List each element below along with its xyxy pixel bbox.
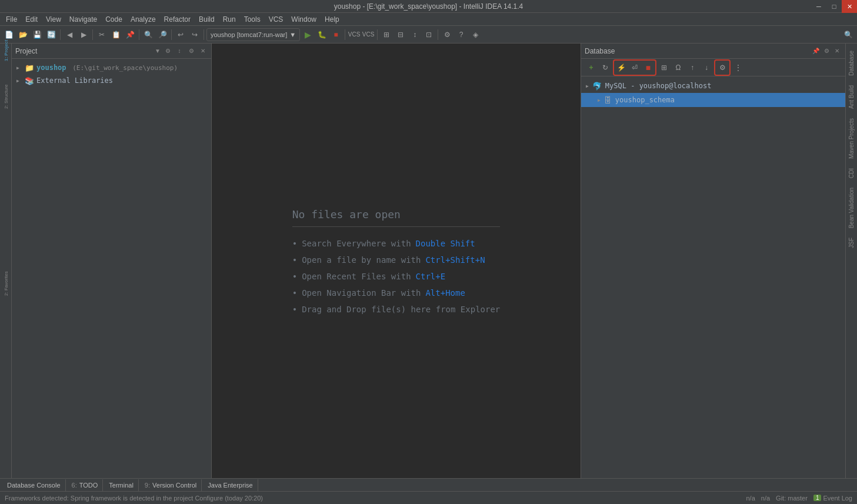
tree-item-youshop[interactable]: ▶ 📁 youshop (E:\git_work_space\youshop) — [12, 61, 211, 74]
separator-5 — [204, 29, 204, 40]
panel-settings-icon[interactable]: ⚙ — [186, 46, 196, 56]
db-btn-more[interactable]: ⋮ — [732, 61, 745, 74]
right-tab-database[interactable]: Database — [846, 46, 856, 81]
menu-file[interactable]: File — [2, 14, 21, 25]
toolbar-forward[interactable]: ▶ — [77, 28, 90, 41]
database-panel: Database 📌 ⚙ ✕ + ↻ ⚡ ⏎ ■ ⊞ Ω ↑ ↓ — [581, 44, 845, 478]
separator-3 — [139, 29, 139, 40]
minimize-button[interactable]: ─ — [811, 0, 826, 13]
db-btn-disconnect[interactable]: ⏎ — [628, 61, 641, 74]
bottom-tab-java-label: Java Enterprise — [208, 482, 252, 489]
db-btn-table[interactable]: ⊞ — [658, 61, 671, 74]
run-config-selector[interactable]: youshop [tomcat7:run-war] ▼ — [206, 28, 300, 41]
tree-item-external-libraries[interactable]: ▶ 📚 External Libraries — [12, 74, 211, 87]
hint-drag-drop: Drag and Drop file(s) here from Explorer — [292, 305, 501, 314]
toolbar-save[interactable]: 💾 — [31, 28, 44, 41]
hint-drag-text: Drag and Drop file(s) here from Explorer — [302, 305, 500, 314]
db-btn-properties[interactable]: ⚙ — [716, 61, 729, 74]
menu-refactor[interactable]: Refactor — [161, 14, 194, 25]
run-config-label: youshop [tomcat7:run-war] — [211, 31, 287, 38]
toolbar-redo[interactable]: ↪ — [188, 28, 201, 41]
toolbar-search-everywhere[interactable]: 🔍 — [842, 28, 855, 41]
menu-run[interactable]: Run — [219, 14, 239, 25]
db-btn-stop[interactable]: ■ — [642, 61, 655, 74]
bottom-tab-todo[interactable]: 6: TODO — [67, 479, 104, 491]
bottom-tab-vcs[interactable]: 9: Version Control — [140, 479, 202, 491]
left-icon-structure[interactable]: 2: Structure — [1, 92, 11, 101]
toolbar-new[interactable]: 📄 — [2, 28, 15, 41]
toolbar-extra6[interactable]: ◈ — [469, 28, 482, 41]
right-tab-ant[interactable]: Ant Build — [846, 81, 856, 114]
menu-help[interactable]: Help — [321, 14, 343, 25]
toolbar-vcs2[interactable]: VCS — [362, 28, 375, 41]
menu-tools[interactable]: Tools — [241, 14, 264, 25]
bottom-tab-java-enterprise[interactable]: Java Enterprise — [203, 479, 258, 491]
toolbar-debug[interactable]: 🐛 — [315, 28, 328, 41]
toolbar-help[interactable]: ? — [455, 28, 468, 41]
toolbar-paste[interactable]: 📌 — [124, 28, 136, 41]
tree-path-youshop: (E:\git_work_space\youshop) — [69, 64, 178, 72]
menu-edit[interactable]: Edit — [22, 14, 41, 25]
menu-build[interactable]: Build — [195, 14, 218, 25]
right-tab-bean[interactable]: Bean Validation — [846, 183, 856, 233]
left-icon-project[interactable]: 1: Project — [1, 46, 11, 55]
bottom-tab-vcs-num: 9: — [145, 482, 150, 489]
menu-analyze[interactable]: Analyze — [127, 14, 159, 25]
toolbar-extra4[interactable]: ⊡ — [422, 28, 435, 41]
right-strip: Database Ant Build Maven Projects CDI Be… — [845, 44, 857, 478]
panel-sync-icon[interactable]: ⚙ — [163, 46, 172, 56]
toolbar-extra1[interactable]: ⊞ — [380, 28, 393, 41]
toolbar-stop[interactable]: ■ — [329, 28, 342, 41]
menu-navigate[interactable]: Navigate — [66, 14, 101, 25]
menu-window[interactable]: Window — [288, 14, 320, 25]
tree-arrow-youshop: ▶ — [16, 65, 22, 71]
db-btn-export[interactable]: ↑ — [686, 61, 699, 74]
hint-open-file-text: Open a file by name with — [302, 255, 421, 265]
toolbar-run[interactable]: ▶ — [301, 28, 314, 41]
right-tab-maven[interactable]: Maven Projects — [846, 114, 856, 163]
db-tree-mysql-connection[interactable]: ▶ 🐬 MySQL - youshop@localhost — [581, 79, 845, 93]
db-btn-connect[interactable]: ⚡ — [615, 61, 628, 74]
hint-open-file: Open a file by name with Ctrl+Shift+N — [292, 255, 501, 265]
panel-close-icon[interactable]: ✕ — [198, 46, 208, 56]
db-arrow-mysql: ▶ — [586, 84, 589, 89]
toolbar-find[interactable]: 🔍 — [142, 28, 155, 41]
bottom-tab-terminal[interactable]: Terminal — [104, 479, 139, 491]
menu-code[interactable]: Code — [102, 14, 126, 25]
toolbar-undo[interactable]: ↩ — [174, 28, 187, 41]
db-btn-schema[interactable]: Ω — [672, 61, 685, 74]
toolbar-copy[interactable]: 📋 — [109, 28, 122, 41]
db-btn-refresh[interactable]: ↻ — [599, 61, 612, 74]
window-controls: ─ □ ✕ — [811, 0, 857, 13]
maximize-button[interactable]: □ — [826, 0, 842, 13]
bottom-tab-todo-label: TODO — [79, 482, 98, 489]
db-panel-settings[interactable]: ⚙ — [822, 46, 831, 56]
db-btn-add[interactable]: + — [585, 61, 598, 74]
close-button[interactable]: ✕ — [842, 0, 857, 13]
event-log-button[interactable]: 1 Event Log — [813, 495, 852, 502]
db-tree-schema[interactable]: ▶ 🗄 youshop_schema — [581, 93, 845, 107]
bottom-tab-database-console[interactable]: Database Console — [2, 479, 66, 491]
status-git: Git: master — [776, 495, 808, 502]
bottom-tabs: Database Console 6: TODO Terminal 9: Ver… — [0, 478, 857, 491]
toolbar-vcs1[interactable]: VCS — [348, 28, 361, 41]
panel-expand-icon[interactable]: ↕ — [175, 46, 184, 56]
db-mysql-icon: 🐬 — [592, 82, 602, 91]
menu-vcs[interactable]: VCS — [265, 14, 287, 25]
right-tab-cdi[interactable]: CDI — [846, 163, 856, 183]
toolbar-back[interactable]: ◀ — [63, 28, 76, 41]
toolbar-extra3[interactable]: ↕ — [408, 28, 421, 41]
panel-header-arrow: ▼ — [155, 48, 161, 54]
toolbar-extra5[interactable]: ⚙ — [441, 28, 453, 41]
right-tab-jsf[interactable]: JSF — [846, 233, 856, 253]
toolbar-open[interactable]: 📂 — [16, 28, 29, 41]
menu-view[interactable]: View — [42, 14, 65, 25]
toolbar-cut[interactable]: ✂ — [95, 28, 108, 41]
toolbar-replace[interactable]: 🔎 — [156, 28, 169, 41]
left-icon-favorites[interactable]: 2: Favorites — [1, 279, 11, 288]
db-panel-close[interactable]: ✕ — [832, 46, 842, 56]
db-panel-pin[interactable]: 📌 — [811, 46, 821, 56]
toolbar-extra2[interactable]: ⊟ — [394, 28, 407, 41]
toolbar-sync[interactable]: 🔄 — [45, 28, 58, 41]
db-btn-import[interactable]: ↓ — [700, 61, 713, 74]
